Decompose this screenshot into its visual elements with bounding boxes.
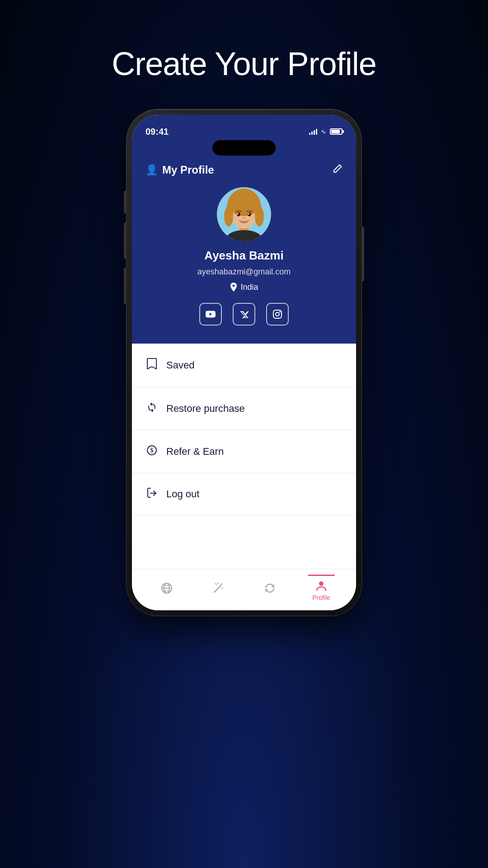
saved-icon xyxy=(145,358,158,373)
svg-point-6 xyxy=(255,207,264,226)
phone-mockup: 09:41 ∿ 👤 My Profile xyxy=(127,109,361,616)
menu-item-refer[interactable]: $ Refer & Earn xyxy=(132,430,356,473)
menu-item-logout[interactable]: Log out xyxy=(132,473,356,515)
nav-item-globe[interactable] xyxy=(141,582,192,594)
menu-item-restore[interactable]: Restore purchase xyxy=(132,387,356,430)
nav-active-bar xyxy=(308,575,335,576)
menu-item-saved[interactable]: Saved xyxy=(132,344,356,387)
nav-item-profile[interactable]: Profile xyxy=(296,575,347,601)
bottom-nav: Profile xyxy=(132,569,356,610)
wand-icon xyxy=(212,582,225,594)
svg-point-5 xyxy=(224,207,233,226)
svg-point-32 xyxy=(319,581,324,586)
menu-list: Saved Restore purchase $ xyxy=(132,344,356,569)
status-bar: 09:41 ∿ xyxy=(132,115,356,140)
wifi-icon: ∿ xyxy=(321,128,326,135)
svg-point-18 xyxy=(279,311,281,312)
user-icon: 👤 xyxy=(145,164,158,176)
battery-icon xyxy=(330,128,343,135)
svg-point-14 xyxy=(251,216,257,220)
refer-label: Refer & Earn xyxy=(166,446,224,458)
twitter-button[interactable] xyxy=(233,303,255,326)
svg-line-31 xyxy=(216,584,216,585)
nav-item-wand[interactable] xyxy=(192,582,244,594)
globe-icon xyxy=(160,582,173,594)
svg-point-15 xyxy=(243,217,245,219)
user-name: Ayesha Bazmi xyxy=(204,249,283,263)
user-email: ayeshabazmi@gmail.com xyxy=(197,267,291,277)
my-profile-title: My Profile xyxy=(162,164,214,176)
refer-icon: $ xyxy=(145,445,158,458)
user-location: India xyxy=(230,282,258,292)
profile-header: 👤 My Profile xyxy=(132,159,356,344)
signal-icon xyxy=(309,128,317,135)
status-time: 09:41 xyxy=(145,127,169,137)
profile-nav-icon xyxy=(315,580,328,592)
dynamic-island xyxy=(132,140,356,159)
svg-line-29 xyxy=(221,584,222,585)
svg-point-9 xyxy=(237,213,239,215)
svg-point-13 xyxy=(231,216,237,220)
logout-icon xyxy=(145,488,158,500)
social-icons xyxy=(199,303,289,326)
logout-label: Log out xyxy=(166,488,199,500)
svg-text:$: $ xyxy=(150,447,154,454)
svg-point-17 xyxy=(276,312,279,316)
nav-item-refresh[interactable] xyxy=(244,582,296,594)
restore-label: Restore purchase xyxy=(166,403,245,415)
restore-icon xyxy=(145,402,158,415)
page-title: Create Your Profile xyxy=(112,45,376,82)
svg-point-10 xyxy=(248,213,249,215)
edit-button[interactable] xyxy=(333,164,343,176)
instagram-button[interactable] xyxy=(266,303,289,326)
profile-nav-label: Profile xyxy=(312,594,330,601)
svg-point-11 xyxy=(240,221,248,223)
saved-label: Saved xyxy=(166,359,194,371)
youtube-button[interactable] xyxy=(199,303,222,326)
avatar xyxy=(217,187,271,241)
svg-line-27 xyxy=(214,585,221,592)
refresh-icon xyxy=(263,582,276,594)
